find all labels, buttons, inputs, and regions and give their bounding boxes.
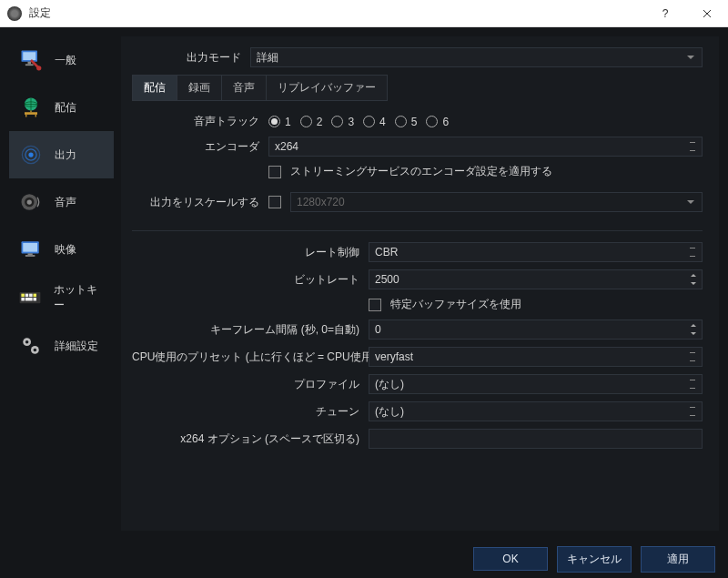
- footer: OK キャンセル 適用: [0, 540, 728, 578]
- keyframe-input[interactable]: 0: [369, 319, 703, 340]
- keyboard-icon: [16, 283, 45, 312]
- svg-rect-24: [25, 298, 33, 301]
- audio-track-label: 音声トラック: [132, 114, 268, 129]
- rate-control-label: レート制御: [132, 245, 369, 260]
- sidebar-item-label: ホットキー: [54, 282, 106, 313]
- bitrate-down[interactable]: [687, 279, 700, 288]
- tune-select[interactable]: (なし): [369, 401, 703, 421]
- display-icon: [16, 235, 46, 264]
- svg-point-4: [36, 66, 41, 70]
- monitor-wrench-icon: [16, 46, 46, 75]
- rescale-label: 出力をリスケールする: [132, 195, 268, 210]
- sidebar: 一般 配信 出力 音声: [9, 36, 114, 531]
- audio-track-1-radio[interactable]: [268, 116, 280, 127]
- cpu-preset-select[interactable]: veryfast: [369, 347, 703, 367]
- sidebar-item-hotkeys[interactable]: ホットキー: [9, 273, 114, 322]
- keyframe-label: キーフレーム間隔 (秒, 0=自動): [132, 322, 369, 338]
- svg-rect-17: [25, 255, 35, 257]
- profile-select[interactable]: (なし): [369, 374, 703, 394]
- sidebar-item-label: 一般: [55, 53, 76, 68]
- globe-network-icon: [16, 93, 46, 122]
- profile-label: プロファイル: [132, 377, 369, 392]
- audio-track-6-radio[interactable]: [426, 116, 438, 127]
- audio-track-3-radio[interactable]: [331, 116, 343, 127]
- speaker-icon: [16, 188, 46, 217]
- audio-track-radios: 1 2 3 4 5 6: [268, 116, 703, 128]
- sidebar-item-audio[interactable]: 音声: [9, 178, 114, 226]
- keyframe-up[interactable]: [687, 321, 700, 330]
- tab-replay-buffer[interactable]: リプレイバッファー: [267, 76, 387, 100]
- svg-rect-22: [34, 294, 37, 298]
- titlebar: 設定 ?: [0, 0, 728, 27]
- sidebar-item-general[interactable]: 一般: [9, 36, 114, 84]
- rate-control-select[interactable]: CBR: [369, 242, 703, 262]
- tab-recording[interactable]: 録画: [177, 76, 222, 100]
- apply-button[interactable]: 適用: [641, 546, 715, 573]
- bitrate-up[interactable]: [687, 271, 700, 279]
- tune-label: チューン: [132, 404, 369, 420]
- svg-rect-25: [34, 298, 37, 301]
- svg-rect-21: [30, 294, 34, 298]
- cancel-button[interactable]: キャンセル: [557, 546, 632, 573]
- apply-service-checkbox[interactable]: [268, 166, 281, 178]
- help-button[interactable]: ?: [644, 0, 686, 27]
- output-mode-label: 出力モード: [132, 50, 250, 66]
- output-tabs: 配信 録画 音声 リプレイバッファー: [132, 75, 388, 101]
- sidebar-item-label: 出力: [55, 147, 76, 163]
- broadcast-icon: [16, 140, 46, 169]
- content-panel: 出力モード 詳細 配信 録画 音声 リプレイバッファー 音声トラック 1 2 3…: [121, 36, 719, 531]
- svg-rect-3: [25, 64, 34, 66]
- svg-point-8: [28, 152, 33, 157]
- cpu-preset-label: CPU使用のプリセット (上に行くほど = CPU使用低い): [132, 350, 369, 365]
- audio-track-2-radio[interactable]: [300, 116, 312, 127]
- custom-buffer-label: 特定バッファサイズを使用: [390, 297, 521, 312]
- sidebar-item-label: 詳細設定: [55, 339, 98, 354]
- svg-rect-2: [28, 62, 32, 65]
- sidebar-item-label: 映像: [55, 242, 76, 258]
- svg-point-29: [34, 349, 37, 352]
- svg-point-13: [27, 199, 32, 204]
- svg-rect-19: [22, 294, 25, 298]
- sidebar-item-stream[interactable]: 配信: [9, 84, 114, 131]
- close-button[interactable]: [686, 0, 728, 27]
- custom-buffer-checkbox[interactable]: [369, 299, 381, 311]
- app-icon: [7, 6, 22, 21]
- audio-track-4-radio[interactable]: [363, 116, 375, 127]
- separator: [132, 230, 703, 231]
- audio-track-5-radio[interactable]: [395, 116, 407, 127]
- gears-icon: [16, 331, 46, 360]
- output-mode-select[interactable]: 詳細: [250, 47, 703, 67]
- svg-rect-16: [28, 253, 33, 255]
- rescale-checkbox[interactable]: [268, 196, 281, 208]
- encoder-label: エンコーダ: [132, 139, 268, 155]
- rescale-select: 1280x720: [290, 192, 703, 212]
- sidebar-item-advanced[interactable]: 詳細設定: [9, 322, 114, 370]
- window-title: 設定: [29, 5, 51, 21]
- tab-streaming[interactable]: 配信: [133, 76, 177, 100]
- svg-rect-23: [22, 298, 25, 301]
- sidebar-item-label: 音声: [55, 195, 76, 210]
- x264opts-label: x264 オプション (スペースで区切る): [132, 431, 369, 447]
- svg-rect-20: [25, 294, 29, 298]
- sidebar-item-video[interactable]: 映像: [9, 226, 114, 273]
- keyframe-down[interactable]: [687, 330, 700, 338]
- svg-point-27: [25, 340, 29, 344]
- svg-rect-1: [23, 52, 35, 60]
- x264opts-input[interactable]: [369, 429, 703, 449]
- svg-rect-7: [25, 112, 37, 115]
- sidebar-item-label: 配信: [55, 100, 76, 116]
- apply-service-label: ストリーミングサービスのエンコーダ設定を適用する: [290, 164, 552, 179]
- tab-audio[interactable]: 音声: [222, 76, 267, 100]
- sidebar-item-output[interactable]: 出力: [9, 131, 114, 178]
- ok-button[interactable]: OK: [473, 547, 548, 571]
- encoder-select[interactable]: x264: [268, 137, 703, 157]
- bitrate-input[interactable]: 2500: [369, 269, 703, 289]
- svg-rect-15: [23, 243, 37, 252]
- bitrate-label: ビットレート: [132, 272, 369, 288]
